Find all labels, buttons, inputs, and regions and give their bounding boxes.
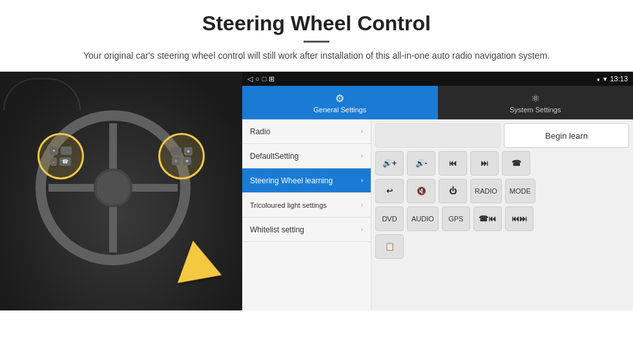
title-divider [304, 41, 329, 43]
vol-down-icon: 🔊- [415, 159, 428, 168]
header-description: Your original car's steering wheel contr… [39, 49, 594, 63]
phone-prev-icon: ☎⏮ [479, 214, 496, 223]
phone-icon: ☎ [512, 159, 521, 168]
tab-system-label: System Settings [510, 106, 561, 114]
menu-item-radio[interactable]: Radio › [242, 119, 371, 144]
settings-tabs: ⚙ General Settings ⚛ System Settings [242, 86, 633, 119]
control-row-0: Begin learn [375, 123, 629, 148]
prev-next-button[interactable]: ⏮⏭ [505, 207, 534, 231]
chevron-right-icon: › [361, 177, 363, 184]
tab-general[interactable]: ⚙ General Settings [242, 86, 438, 119]
gps-button[interactable]: GPS [442, 207, 470, 231]
content-area: + 🎵 - ☎ 🎵 ⋄ ○ ⋄ [0, 72, 633, 310]
control-grid: Begin learn 🔊+ 🔊- ⏮ [371, 119, 633, 310]
direction-arrow [184, 246, 223, 291]
menu-item-whitelist[interactable]: Whitelist setting › [242, 217, 371, 242]
location-icon: ⬧ [596, 75, 601, 83]
main-split: Radio › DefaultSetting › Steering Wheel … [242, 119, 633, 310]
steering-wheel-image: + 🎵 - ☎ 🎵 ⋄ ○ ⋄ [0, 72, 242, 310]
tab-general-label: General Settings [313, 106, 366, 114]
recents-icon[interactable]: □ [262, 75, 267, 83]
phone-prev-button[interactable]: ☎⏮ [473, 207, 502, 231]
control-row-1: 🔊+ 🔊- ⏮ ⏭ ☎ [375, 151, 629, 176]
vol-down-button[interactable]: 🔊- [407, 151, 435, 176]
status-icons-right: ⬧ ▾ 13:13 [596, 75, 628, 83]
nav-icons: ◁ ○ □ ⊞ [247, 75, 275, 83]
clock: 13:13 [610, 75, 628, 83]
phone-button[interactable]: ☎ [502, 151, 530, 176]
audio-button[interactable]: AUDIO [407, 207, 439, 231]
mode-button[interactable]: MODE [505, 179, 535, 203]
radio-button[interactable]: RADIO [470, 179, 502, 203]
vol-up-button[interactable]: 🔊+ [375, 151, 404, 176]
chevron-right-icon: › [361, 152, 363, 159]
mute-button[interactable]: 🔇 [407, 179, 435, 203]
page-title: Steering Wheel Control [39, 12, 594, 35]
gear-icon: ⚙ [335, 92, 344, 105]
prev-track-button[interactable]: ⏮ [439, 151, 467, 176]
prev-track-icon: ⏮ [449, 159, 457, 168]
next-track-icon: ⏭ [481, 159, 488, 168]
control-row-4: 📋 [375, 234, 629, 259]
status-bar: ◁ ○ □ ⊞ ⬧ ▾ 13:13 [242, 72, 633, 86]
answer-icon: ↩ [386, 187, 393, 196]
chevron-right-icon: › [361, 128, 363, 135]
control-row-2: ↩ 🔇 ⏻ RADIO MODE [375, 179, 629, 203]
prev-next-icon: ⏮⏭ [512, 214, 527, 223]
tab-system[interactable]: ⚛ System Settings [438, 86, 634, 119]
wifi-icon: ▾ [603, 75, 607, 83]
circle-left-buttons: + 🎵 - ☎ [37, 133, 84, 179]
dvd-button[interactable]: DVD [375, 207, 404, 231]
system-icon: ⚛ [531, 92, 540, 105]
list-icon: 📋 [385, 242, 395, 251]
android-ui: ◁ ○ □ ⊞ ⬧ ▾ 13:13 ⚙ General Settings [242, 72, 633, 310]
vol-up-icon: 🔊+ [382, 159, 397, 168]
menu-icon[interactable]: ⊞ [269, 75, 275, 83]
empty-slot [375, 123, 501, 148]
chevron-right-icon: › [361, 201, 363, 208]
menu-item-tricoloured[interactable]: Tricoloured light settings › [242, 193, 371, 217]
power-icon: ⏻ [449, 187, 457, 196]
begin-learn-button[interactable]: Begin learn [504, 123, 629, 148]
settings-menu: Radio › DefaultSetting › Steering Wheel … [242, 119, 371, 310]
mute-icon: 🔇 [417, 187, 426, 196]
header: Steering Wheel Control Your original car… [0, 0, 633, 69]
control-row-3: DVD AUDIO GPS ☎⏮ ⏮⏭ [375, 207, 629, 231]
menu-item-default[interactable]: DefaultSetting › [242, 144, 371, 168]
power-button[interactable]: ⏻ [439, 179, 467, 203]
chevron-right-icon: › [361, 226, 363, 233]
answer-button[interactable]: ↩ [375, 179, 404, 203]
back-icon[interactable]: ◁ [247, 75, 253, 83]
menu-item-steering[interactable]: Steering Wheel learning › [242, 168, 371, 193]
home-icon[interactable]: ○ [255, 75, 260, 83]
circle-right-buttons: 🎵 ⋄ ○ ⋄ [158, 133, 205, 179]
list-button[interactable]: 📋 [375, 234, 404, 259]
page-container: Steering Wheel Control Your original car… [0, 0, 633, 310]
next-track-button[interactable]: ⏭ [470, 151, 499, 176]
